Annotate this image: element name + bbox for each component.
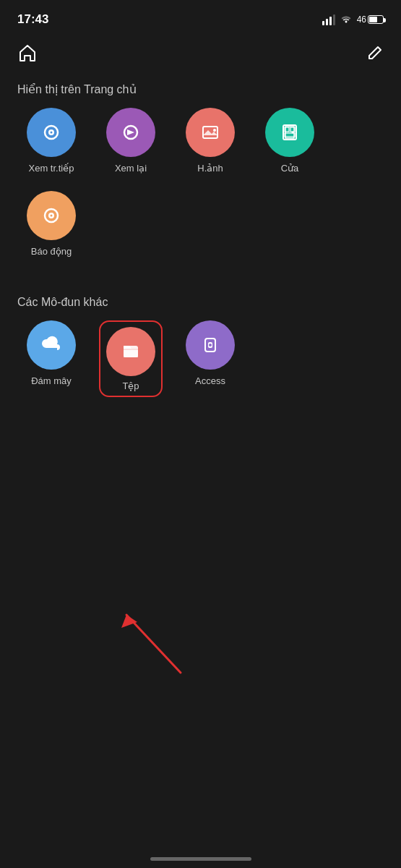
status-time: 17:43 (17, 12, 48, 27)
icon-item-xem-lai[interactable]: Xem lại (91, 108, 171, 174)
icon-circle-tep (106, 327, 155, 376)
svg-point-19 (209, 344, 212, 346)
section2-label: Các Mô-đun khác (0, 289, 401, 320)
icon-circle-dam-may (27, 320, 76, 370)
signal-icon (322, 14, 335, 25)
svg-rect-16 (124, 349, 138, 357)
svg-point-11 (292, 132, 294, 134)
section2: Các Mô-đun khác Đám mây (0, 289, 401, 414)
home-icon[interactable] (17, 43, 38, 67)
icon-item-access[interactable]: Access (171, 320, 250, 397)
icon-label-access: Access (195, 375, 225, 386)
battery-icon: 46 (357, 14, 384, 25)
icon-label-bao-dong: Báo động (31, 246, 72, 257)
icon-label-dam-may: Đám mây (31, 375, 72, 386)
svg-point-14 (51, 215, 53, 217)
section1-row2: Báo động (0, 191, 401, 274)
icon-label-cua: Cửa (281, 163, 299, 174)
status-bar: 17:43 46 (0, 0, 401, 35)
section2-grid: Đám mây Tệp (0, 320, 401, 414)
icon-item-hanh[interactable]: H.ảnh (171, 108, 250, 174)
edit-icon[interactable] (365, 44, 384, 66)
icon-label-xem-tiep: Xem tr.tiếp (29, 163, 74, 174)
icon-item-cua[interactable]: Cửa (250, 108, 329, 174)
icon-item-dam-may[interactable]: Đám mây (12, 320, 91, 397)
svg-point-2 (51, 132, 53, 134)
icon-circle-xem-tiep (27, 108, 76, 157)
icon-item-tep[interactable]: Tệp (91, 320, 171, 397)
svg-rect-10 (285, 133, 295, 137)
svg-point-5 (213, 129, 216, 132)
icon-circle-access (186, 320, 235, 370)
wifi-icon (340, 13, 353, 26)
svg-marker-21 (121, 615, 137, 628)
icon-circle-hanh (186, 108, 235, 157)
icon-label-tep: Tệp (122, 380, 139, 391)
bottom-home-bar (150, 857, 251, 861)
top-nav (0, 35, 401, 75)
svg-line-20 (126, 615, 181, 673)
section1-label: Hiển thị trên Trang chủ (0, 75, 401, 108)
icon-item-xem-tiep[interactable]: Xem tr.tiếp (12, 108, 91, 174)
icon-label-xem-lai: Xem lại (115, 163, 147, 174)
icon-item-bao-dong[interactable]: Báo động (12, 191, 91, 257)
arrow-annotation (94, 593, 166, 665)
icon-label-hanh: H.ảnh (197, 163, 223, 174)
icon-circle-cua (265, 108, 314, 157)
icon-circle-xem-lai (106, 108, 155, 157)
section1-grid: Xem tr.tiếp Xem lại H.ảnh (0, 108, 401, 191)
icon-circle-bao-dong (27, 191, 76, 240)
status-icons: 46 (322, 13, 384, 26)
